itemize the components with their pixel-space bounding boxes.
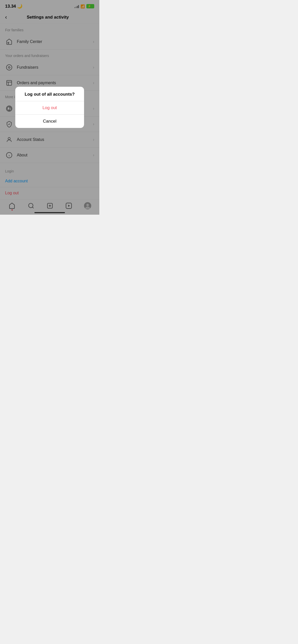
modal-cancel-button[interactable]: Cancel [15,115,84,128]
logout-modal: Log out of all accounts? Log out Cancel [15,87,84,128]
modal-title: Log out of all accounts? [15,87,84,101]
modal-logout-button[interactable]: Log out [15,101,84,114]
modal-overlay: Log out of all accounts? Log out Cancel [0,0,99,215]
